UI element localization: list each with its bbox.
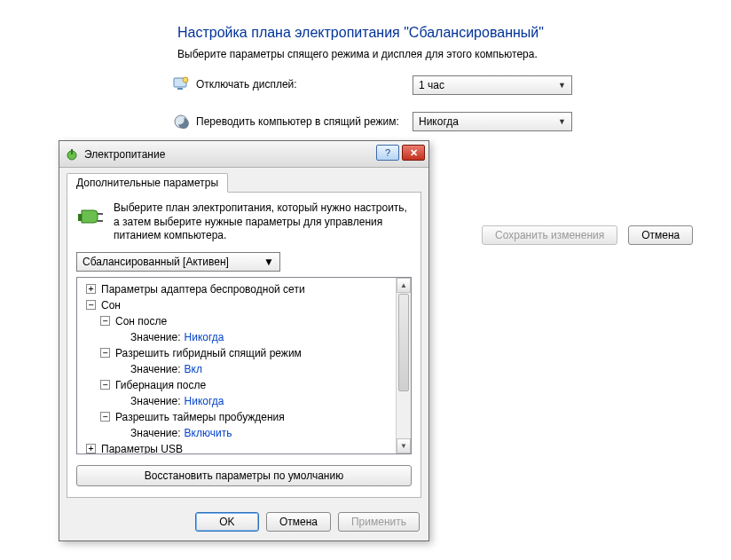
tab-body: Выберите план электропитания, который ну… — [67, 192, 421, 498]
tree-value-sleep-after[interactable]: Значение: Никогда — [81, 329, 411, 345]
titlebar-buttons: ? ✕ — [376, 145, 425, 161]
svg-rect-1 — [177, 88, 183, 90]
settings-tree: + Параметры адаптера беспроводной сети −… — [76, 277, 412, 454]
battery-plug-icon — [76, 201, 105, 230]
display-off-value: 1 час — [419, 79, 444, 91]
scroll-thumb[interactable] — [398, 294, 409, 391]
power-icon — [65, 147, 79, 162]
svg-point-2 — [183, 77, 188, 83]
close-button[interactable]: ✕ — [402, 145, 425, 161]
chevron-down-icon: ▼ — [558, 117, 566, 126]
chevron-down-icon: ▼ — [263, 256, 274, 268]
page-action-buttons: Сохранить изменения Отмена — [482, 225, 693, 245]
svg-rect-6 — [78, 214, 82, 221]
dialog-action-buttons: OK Отмена Применить — [59, 507, 428, 540]
svg-rect-5 — [71, 149, 73, 154]
tree-item-sleep-after[interactable]: − Сон после — [81, 313, 411, 329]
monitor-icon — [173, 76, 189, 92]
tree-item-sleep[interactable]: − Сон — [81, 297, 411, 313]
tree-value-wake-timers[interactable]: Значение: Включить — [81, 425, 411, 441]
scroll-up-icon[interactable]: ▲ — [397, 278, 411, 293]
expand-icon[interactable]: + — [86, 284, 96, 294]
dialog-intro-text: Выберите план электропитания, который ну… — [114, 201, 412, 243]
display-off-dropdown[interactable]: 1 час ▼ — [413, 75, 572, 95]
plan-selected-value: Сбалансированный [Активен] — [83, 256, 229, 268]
help-button[interactable]: ? — [376, 145, 399, 161]
chevron-down-icon: ▼ — [558, 81, 566, 90]
expand-icon[interactable]: + — [86, 444, 96, 454]
tree-item-hibernate[interactable]: − Гибернация после — [81, 377, 411, 393]
dialog-title: Электропитание — [84, 148, 165, 161]
tree-value-hibernate[interactable]: Значение: Никогда — [81, 393, 411, 409]
setting-row-display: Отключать дисплей: — [173, 76, 297, 92]
tree-scrollbar[interactable]: ▲ ▼ — [396, 278, 411, 454]
collapse-icon[interactable]: − — [100, 316, 110, 326]
apply-button[interactable]: Применить — [338, 512, 420, 532]
collapse-icon[interactable]: − — [100, 380, 110, 390]
tree-item-wireless[interactable]: + Параметры адаптера беспроводной сети — [81, 281, 411, 297]
dialog-titlebar[interactable]: Электропитание ? ✕ — [59, 141, 428, 168]
dialog-intro: Выберите план электропитания, который ну… — [76, 201, 412, 243]
dialog-cancel-button[interactable]: Отмена — [266, 512, 331, 532]
collapse-icon[interactable]: − — [100, 348, 110, 358]
setting-row-sleep: Переводить компьютер в спящий режим: — [173, 114, 399, 130]
restore-defaults-button[interactable]: Восстановить параметры по умолчанию — [76, 465, 412, 486]
plan-select-dropdown[interactable]: Сбалансированный [Активен] ▼ — [76, 252, 280, 272]
power-options-dialog: Электропитание ? ✕ Дополнительные параме… — [59, 140, 429, 541]
ok-button[interactable]: OK — [195, 512, 259, 532]
tree-value-hybrid[interactable]: Значение: Вкл — [81, 361, 411, 377]
page-subtitle: Выберите параметры спящего режима и дисп… — [177, 48, 538, 60]
moon-icon — [173, 114, 189, 130]
tab-advanced[interactable]: Дополнительные параметры — [67, 173, 228, 193]
display-off-label: Отключать дисплей: — [196, 78, 297, 91]
save-button[interactable]: Сохранить изменения — [482, 225, 617, 245]
collapse-icon[interactable]: − — [86, 300, 96, 310]
sleep-label: Переводить компьютер в спящий режим: — [196, 115, 399, 128]
tree-item-usb[interactable]: + Параметры USB — [81, 441, 411, 454]
tree-item-hybrid[interactable]: − Разрешить гибридный спящий режим — [81, 345, 411, 361]
cancel-button[interactable]: Отмена — [628, 225, 693, 245]
sleep-dropdown[interactable]: Никогда ▼ — [413, 112, 572, 131]
collapse-icon[interactable]: − — [100, 412, 110, 422]
tree-item-wake-timers[interactable]: − Разрешить таймеры пробуждения — [81, 409, 411, 425]
page-title: Настройка плана электропитания "Сбаланси… — [177, 25, 544, 41]
sleep-value: Никогда — [419, 115, 459, 128]
scroll-down-icon[interactable]: ▼ — [397, 438, 411, 454]
